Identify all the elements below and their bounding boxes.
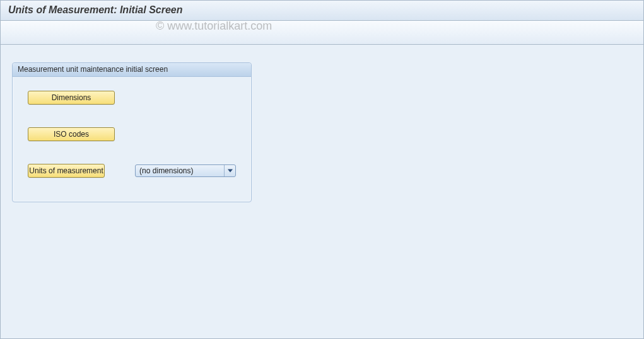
dimension-select[interactable]: (no dimensions) xyxy=(135,164,236,177)
application-toolbar xyxy=(1,21,643,45)
row-dimensions: Dimensions xyxy=(28,91,236,105)
content-area: Measurement unit maintenance initial scr… xyxy=(1,45,643,202)
title-bar: Units of Measurement: Initial Screen xyxy=(1,1,643,21)
page-title: Units of Measurement: Initial Screen xyxy=(8,4,183,15)
iso-codes-button[interactable]: ISO codes xyxy=(28,127,115,141)
maintenance-groupbox: Measurement unit maintenance initial scr… xyxy=(12,62,252,202)
row-uom: Units of measurement (no dimensions) xyxy=(28,164,236,178)
groupbox-title: Measurement unit maintenance initial scr… xyxy=(13,63,251,77)
dimensions-button[interactable]: Dimensions xyxy=(28,91,115,105)
dimension-select-value: (no dimensions) xyxy=(139,166,224,175)
chevron-down-icon xyxy=(224,165,235,176)
groupbox-body: Dimensions ISO codes Units of measuremen… xyxy=(13,77,251,202)
units-of-measurement-button[interactable]: Units of measurement xyxy=(28,164,105,178)
row-iso-codes: ISO codes xyxy=(28,127,236,141)
